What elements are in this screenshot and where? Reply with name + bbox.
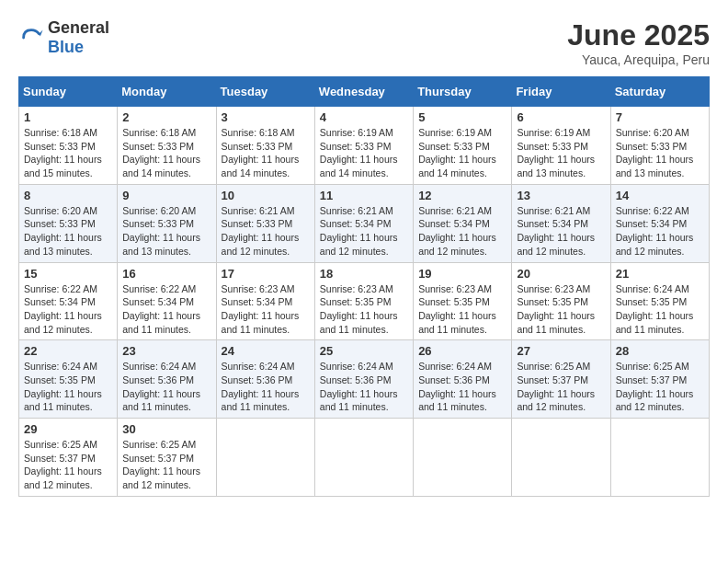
calendar-cell: 14 Sunrise: 6:22 AM Sunset: 5:34 PM Dayl…	[610, 184, 709, 262]
day-number: 15	[24, 267, 112, 281]
day-info: Sunrise: 6:21 AM Sunset: 5:34 PM Dayligh…	[517, 204, 605, 259]
day-number: 20	[517, 267, 605, 281]
header: General Blue June 2025 Yauca, Arequipa, …	[18, 18, 710, 67]
calendar-cell: 23 Sunrise: 6:24 AM Sunset: 5:36 PM Dayl…	[118, 340, 216, 419]
day-info: Sunrise: 6:22 AM Sunset: 5:34 PM Dayligh…	[616, 204, 704, 259]
day-info: Sunrise: 6:22 AM Sunset: 5:34 PM Dayligh…	[24, 282, 112, 337]
day-info: Sunrise: 6:19 AM Sunset: 5:33 PM Dayligh…	[517, 126, 605, 180]
logo-blue-text: Blue	[48, 38, 84, 56]
day-info: Sunrise: 6:18 AM Sunset: 5:33 PM Dayligh…	[122, 126, 210, 180]
day-info: Sunrise: 6:24 AM Sunset: 5:36 PM Dayligh…	[122, 360, 210, 414]
header-wednesday: Wednesday	[314, 77, 413, 107]
month-title: June 2025	[567, 18, 710, 52]
calendar-cell: 2 Sunrise: 6:18 AM Sunset: 5:33 PM Dayli…	[118, 107, 216, 185]
calendar-cell: 11 Sunrise: 6:21 AM Sunset: 5:34 PM Dayl…	[314, 184, 413, 262]
day-info: Sunrise: 6:21 AM Sunset: 5:34 PM Dayligh…	[418, 204, 506, 259]
day-number: 17	[222, 267, 310, 281]
day-number: 3	[222, 110, 310, 124]
day-number: 4	[320, 110, 408, 124]
calendar-cell: 4 Sunrise: 6:19 AM Sunset: 5:33 PM Dayli…	[314, 107, 413, 185]
day-info: Sunrise: 6:23 AM Sunset: 5:35 PM Dayligh…	[418, 282, 506, 337]
day-info: Sunrise: 6:19 AM Sunset: 5:33 PM Dayligh…	[418, 126, 506, 180]
logo-general-text: General	[48, 18, 109, 37]
calendar-cell: 15 Sunrise: 6:22 AM Sunset: 5:34 PM Dayl…	[19, 262, 118, 340]
header-monday: Monday	[118, 77, 216, 107]
day-info: Sunrise: 6:24 AM Sunset: 5:35 PM Dayligh…	[616, 282, 704, 337]
calendar-cell: 27 Sunrise: 6:25 AM Sunset: 5:37 PM Dayl…	[512, 340, 610, 419]
location-title: Yauca, Arequipa, Peru	[567, 52, 710, 67]
day-number: 26	[418, 344, 506, 358]
day-number: 1	[24, 110, 112, 124]
day-info: Sunrise: 6:22 AM Sunset: 5:34 PM Dayligh…	[122, 282, 210, 337]
calendar-cell: 1 Sunrise: 6:18 AM Sunset: 5:33 PM Dayli…	[19, 107, 118, 185]
day-number: 13	[517, 189, 605, 202]
calendar-cell: 8 Sunrise: 6:20 AM Sunset: 5:33 PM Dayli…	[19, 184, 118, 262]
day-info: Sunrise: 6:24 AM Sunset: 5:36 PM Dayligh…	[222, 360, 310, 414]
calendar-cell: 21 Sunrise: 6:24 AM Sunset: 5:35 PM Dayl…	[610, 262, 709, 340]
day-info: Sunrise: 6:20 AM Sunset: 5:33 PM Dayligh…	[122, 204, 210, 259]
day-number: 30	[122, 422, 210, 436]
calendar-cell: 20 Sunrise: 6:23 AM Sunset: 5:35 PM Dayl…	[512, 262, 610, 340]
day-number: 22	[24, 344, 112, 358]
calendar-cell: 30 Sunrise: 6:25 AM Sunset: 5:37 PM Dayl…	[118, 419, 216, 497]
week-row-2: 8 Sunrise: 6:20 AM Sunset: 5:33 PM Dayli…	[19, 184, 710, 262]
calendar-header-row: Sunday Monday Tuesday Wednesday Thursday…	[19, 77, 710, 107]
logo-icon	[18, 25, 44, 51]
calendar-cell: 6 Sunrise: 6:19 AM Sunset: 5:33 PM Dayli…	[512, 107, 610, 185]
header-saturday: Saturday	[610, 77, 709, 107]
day-number: 29	[24, 422, 112, 436]
day-info: Sunrise: 6:25 AM Sunset: 5:37 PM Dayligh…	[517, 360, 605, 414]
header-sunday: Sunday	[19, 77, 118, 107]
calendar-cell: 7 Sunrise: 6:20 AM Sunset: 5:33 PM Dayli…	[610, 107, 709, 185]
day-info: Sunrise: 6:24 AM Sunset: 5:36 PM Dayligh…	[320, 360, 408, 414]
day-number: 21	[616, 267, 704, 281]
day-info: Sunrise: 6:18 AM Sunset: 5:33 PM Dayligh…	[222, 126, 310, 180]
calendar-cell: 19 Sunrise: 6:23 AM Sunset: 5:35 PM Dayl…	[414, 262, 512, 340]
day-info: Sunrise: 6:18 AM Sunset: 5:33 PM Dayligh…	[24, 126, 112, 180]
day-number: 28	[616, 344, 704, 358]
calendar-cell: 28 Sunrise: 6:25 AM Sunset: 5:37 PM Dayl…	[610, 340, 709, 419]
day-number: 25	[320, 344, 408, 358]
calendar-cell: 22 Sunrise: 6:24 AM Sunset: 5:35 PM Dayl…	[19, 340, 118, 419]
day-info: Sunrise: 6:25 AM Sunset: 5:37 PM Dayligh…	[616, 360, 704, 414]
calendar-cell: 17 Sunrise: 6:23 AM Sunset: 5:34 PM Dayl…	[216, 262, 314, 340]
week-row-3: 15 Sunrise: 6:22 AM Sunset: 5:34 PM Dayl…	[19, 262, 710, 340]
day-number: 2	[122, 110, 210, 124]
calendar-cell: 12 Sunrise: 6:21 AM Sunset: 5:34 PM Dayl…	[414, 184, 512, 262]
day-number: 12	[418, 189, 506, 202]
day-number: 7	[616, 110, 704, 124]
calendar-cell	[512, 419, 610, 497]
week-row-1: 1 Sunrise: 6:18 AM Sunset: 5:33 PM Dayli…	[19, 107, 710, 185]
week-row-5: 29 Sunrise: 6:25 AM Sunset: 5:37 PM Dayl…	[19, 419, 710, 497]
day-number: 10	[222, 189, 310, 202]
calendar-cell: 9 Sunrise: 6:20 AM Sunset: 5:33 PM Dayli…	[118, 184, 216, 262]
calendar-cell: 26 Sunrise: 6:24 AM Sunset: 5:36 PM Dayl…	[414, 340, 512, 419]
header-friday: Friday	[512, 77, 610, 107]
day-info: Sunrise: 6:23 AM Sunset: 5:34 PM Dayligh…	[222, 282, 310, 337]
day-info: Sunrise: 6:20 AM Sunset: 5:33 PM Dayligh…	[24, 204, 112, 259]
calendar-cell: 16 Sunrise: 6:22 AM Sunset: 5:34 PM Dayl…	[118, 262, 216, 340]
header-thursday: Thursday	[414, 77, 512, 107]
calendar-cell	[216, 419, 314, 497]
calendar-table: Sunday Monday Tuesday Wednesday Thursday…	[18, 76, 710, 497]
day-number: 23	[122, 344, 210, 358]
calendar-cell	[610, 419, 709, 497]
day-info: Sunrise: 6:19 AM Sunset: 5:33 PM Dayligh…	[320, 126, 408, 180]
day-number: 24	[222, 344, 310, 358]
day-number: 14	[616, 189, 704, 202]
title-area: June 2025 Yauca, Arequipa, Peru	[567, 18, 710, 67]
calendar-cell: 29 Sunrise: 6:25 AM Sunset: 5:37 PM Dayl…	[19, 419, 118, 497]
day-number: 16	[122, 267, 210, 281]
calendar-cell: 3 Sunrise: 6:18 AM Sunset: 5:33 PM Dayli…	[216, 107, 314, 185]
day-number: 19	[418, 267, 506, 281]
day-info: Sunrise: 6:21 AM Sunset: 5:33 PM Dayligh…	[222, 204, 310, 259]
day-info: Sunrise: 6:23 AM Sunset: 5:35 PM Dayligh…	[320, 282, 408, 337]
week-row-4: 22 Sunrise: 6:24 AM Sunset: 5:35 PM Dayl…	[19, 340, 710, 419]
day-info: Sunrise: 6:25 AM Sunset: 5:37 PM Dayligh…	[24, 438, 112, 492]
calendar-cell: 25 Sunrise: 6:24 AM Sunset: 5:36 PM Dayl…	[314, 340, 413, 419]
calendar-cell: 5 Sunrise: 6:19 AM Sunset: 5:33 PM Dayli…	[414, 107, 512, 185]
day-number: 18	[320, 267, 408, 281]
day-info: Sunrise: 6:25 AM Sunset: 5:37 PM Dayligh…	[122, 438, 210, 492]
day-info: Sunrise: 6:20 AM Sunset: 5:33 PM Dayligh…	[616, 126, 704, 180]
calendar-cell: 24 Sunrise: 6:24 AM Sunset: 5:36 PM Dayl…	[216, 340, 314, 419]
